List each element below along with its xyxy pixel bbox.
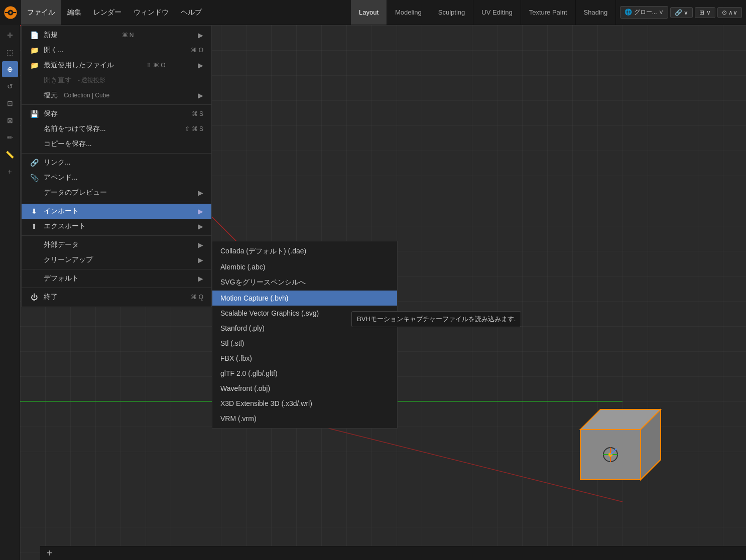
- menu-revert: 開き直す - 透視投影: [22, 73, 211, 88]
- sidebar-annotate-tool[interactable]: ✏: [2, 129, 18, 146]
- quit-icon: ⏻: [30, 293, 39, 302]
- menu-append[interactable]: 📎 アペンド...: [22, 170, 211, 185]
- bottom-bar: +: [40, 546, 746, 560]
- divider-6: [22, 288, 211, 288]
- import-alembic[interactable]: Alembic (.abc): [212, 259, 397, 274]
- export-icon: ⬆: [30, 222, 39, 231]
- menu-cleanup[interactable]: クリーンアップ ▶: [22, 252, 211, 267]
- import-submenu: Collada (デフォルト) (.dae) Alembic (.abc) SV…: [212, 241, 398, 429]
- tab-shading[interactable]: Shading: [576, 0, 616, 25]
- save-as-icon: [30, 124, 39, 133]
- defaults-icon: [30, 274, 39, 283]
- import-icon: ⬇: [30, 207, 39, 216]
- sidebar-transform-tool[interactable]: ⊠: [2, 112, 18, 128]
- sidebar-measure-tool[interactable]: 📏: [2, 147, 18, 163]
- divider-4: [22, 235, 211, 236]
- sidebar-cursor-tool[interactable]: ✛: [2, 27, 18, 43]
- tooltip: BVHモーションキャプチャーファイルを読み込みます.: [351, 311, 521, 327]
- tab-uv-editing[interactable]: UV Editing: [473, 0, 521, 25]
- menu-help[interactable]: ヘルプ: [175, 0, 208, 25]
- import-wavefront[interactable]: Wavefront (.obj): [212, 381, 397, 396]
- arrow-icon-export: ▶: [198, 222, 203, 230]
- tab-sculpting[interactable]: Sculpting: [430, 0, 473, 25]
- arrow-icon-recent: ▶: [198, 61, 203, 69]
- sidebar-scale-tool[interactable]: ⊡: [2, 95, 18, 111]
- menu-recover[interactable]: 復元 Collection | Cube ▶: [22, 88, 211, 103]
- svg-point-3: [10, 11, 12, 13]
- menu-render[interactable]: レンダー: [87, 0, 128, 25]
- blender-logo[interactable]: [0, 0, 21, 25]
- arrow-icon-external-data: ▶: [198, 241, 203, 249]
- viewport-overlay[interactable]: 🔗 ∨: [670, 7, 693, 18]
- import-motion-capture[interactable]: Motion Capture (.bvh): [212, 291, 397, 306]
- divider-2: [22, 153, 211, 154]
- menu-edit[interactable]: 編集: [61, 0, 87, 25]
- new-icon: 📄: [30, 31, 39, 40]
- divider-1: [22, 104, 211, 105]
- cleanup-icon: [30, 255, 39, 264]
- save-copy-icon: [30, 139, 39, 149]
- import-gltf[interactable]: glTF 2.0 (.glb/.gltf): [212, 366, 397, 381]
- main-menu: ファイル 編集 レンダー ウィンドウ ヘルプ: [21, 0, 208, 25]
- menu-new[interactable]: 📄 新規 ⌘ N ▶: [22, 28, 211, 43]
- menu-file[interactable]: ファイル: [21, 0, 61, 25]
- menu-defaults[interactable]: デフォルト ▶: [22, 271, 211, 286]
- import-svg-grease[interactable]: SVGをグリースペンシルへ: [212, 274, 397, 291]
- tab-layout[interactable]: Layout: [351, 0, 387, 25]
- import-stl[interactable]: Stl (.stl): [212, 336, 397, 351]
- sidebar-add-object[interactable]: +: [2, 164, 18, 180]
- arrow-icon-import: ▶: [198, 207, 203, 215]
- menu-data-preview[interactable]: データのプレビュー ▶: [22, 185, 211, 200]
- menu-quit[interactable]: ⏻ 終了 ⌘ Q: [22, 290, 211, 305]
- sidebar-select-box[interactable]: ⬚: [2, 44, 18, 60]
- menu-window[interactable]: ウィンドウ: [128, 0, 175, 25]
- import-x3d[interactable]: X3D Extensible 3D (.x3d/.wrl): [212, 396, 397, 411]
- arrow-icon-cleanup: ▶: [198, 256, 203, 264]
- import-fbx[interactable]: FBX (.fbx): [212, 351, 397, 366]
- arrow-icon-defaults: ▶: [198, 274, 203, 283]
- import-collada[interactable]: Collada (デフォルト) (.dae): [212, 243, 397, 259]
- arrow-icon-recover: ▶: [198, 91, 203, 99]
- workspace-tabs: Layout Modeling Sculpting UV Editing Tex…: [351, 0, 616, 25]
- recover-icon: [30, 91, 39, 100]
- sidebar-move-tool[interactable]: ⊕: [2, 61, 18, 77]
- menu-save[interactable]: 💾 保存 ⌘ S: [22, 106, 211, 121]
- menu-external-data[interactable]: 外部データ ▶: [22, 237, 211, 252]
- menu-open[interactable]: 📁 開く... ⌘ O: [22, 43, 211, 58]
- proportional-editing[interactable]: ⊙ ∧∨: [717, 7, 742, 18]
- tab-modeling[interactable]: Modeling: [387, 0, 430, 25]
- menu-save-copy[interactable]: コピーを保存...: [22, 136, 211, 152]
- link-icon: 🔗: [30, 158, 39, 167]
- data-preview-icon: [30, 188, 39, 197]
- file-dropdown: 📄 新規 ⌘ N ▶ 📁 開く... ⌘ O 📁 最近使用したファイル ⇧ ⌘ …: [21, 25, 212, 307]
- top-right-controls: 🌐 グロー... ∨ 🔗 ∨ ⊞ ∨ ⊙ ∧∨: [616, 6, 746, 19]
- menu-import[interactable]: ⬇ インポート ▶: [22, 204, 211, 219]
- global-local-toggle[interactable]: 🌐 グロー... ∨: [620, 6, 668, 19]
- revert-icon: [30, 76, 39, 85]
- divider-3: [22, 202, 211, 202]
- external-data-icon: [30, 240, 39, 249]
- menu-export[interactable]: ⬆ エクスポート ▶: [22, 219, 211, 234]
- viewport-shading[interactable]: ⊞ ∨: [695, 7, 715, 18]
- menu-save-as[interactable]: 名前をつけて保存... ⇧ ⌘ S: [22, 121, 211, 136]
- left-sidebar: ✛ ⬚ ⊕ ↺ ⊡ ⊠ ✏ 📏 +: [0, 25, 20, 560]
- top-bar: ファイル 編集 レンダー ウィンドウ ヘルプ Layout Modeling S…: [0, 0, 746, 25]
- arrow-icon-data-preview: ▶: [198, 189, 203, 197]
- menu-recent[interactable]: 📁 最近使用したファイル ⇧ ⌘ O ▶: [22, 58, 211, 73]
- tab-texture-paint[interactable]: Texture Paint: [521, 0, 576, 25]
- open-icon: 📁: [30, 46, 39, 55]
- add-editor-btn[interactable]: +: [44, 547, 55, 559]
- divider-5: [22, 269, 211, 269]
- recent-icon: 📁: [30, 61, 39, 70]
- menu-link[interactable]: 🔗 リンク...: [22, 155, 211, 170]
- sidebar-rotate-tool[interactable]: ↺: [2, 78, 18, 94]
- arrow-icon: ▶: [198, 31, 203, 39]
- save-icon: 💾: [30, 109, 39, 118]
- append-icon: 📎: [30, 173, 39, 182]
- 3d-cube: [560, 389, 671, 500]
- import-vrm[interactable]: VRM (.vrm): [212, 411, 397, 426]
